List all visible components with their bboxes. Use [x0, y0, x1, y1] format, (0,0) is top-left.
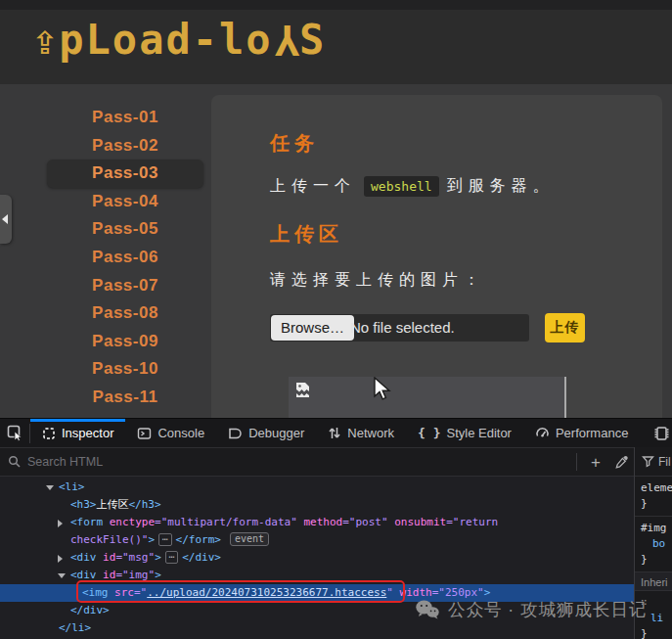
sidebar-item-pass-03[interactable]: Pass-03 — [47, 160, 203, 188]
code-token: > — [148, 533, 155, 546]
wechat-icon — [415, 599, 440, 620]
memory-icon — [652, 425, 672, 442]
code-token: </li> — [59, 621, 91, 634]
expand-arrow-icon[interactable] — [58, 520, 63, 527]
upload-labs-logo: ⇪pLoad-loYS — [32, 16, 326, 64]
devtools-tabbar: Inspector Console Debugger — [0, 419, 672, 447]
browser-page: ⇪pLoad-loYS Pass-01Pass-02Pass-03Pass-04… — [0, 0, 672, 418]
code-token: = — [342, 516, 349, 528]
code-token: </div> — [182, 551, 221, 564]
sidebar-item-pass-01[interactable]: Pass-01 — [47, 104, 203, 132]
add-node-button[interactable]: + — [583, 448, 608, 477]
upload-button[interactable]: 上传 — [545, 313, 585, 342]
expand-arrow-icon[interactable] — [58, 573, 66, 578]
search-html-input[interactable] — [27, 455, 570, 469]
file-status-text: No file selected. — [350, 314, 455, 342]
tab-style-editor[interactable]: { } Style Editor — [406, 419, 523, 447]
screen: ⇪pLoad-loYS Pass-01Pass-02Pass-03Pass-04… — [0, 0, 672, 639]
tab-performance[interactable]: Performance — [523, 419, 640, 447]
markup-line[interactable]: </li> — [0, 619, 634, 637]
markup-line[interactable]: <form enctype="multipart/form-data" meth… — [0, 514, 634, 531]
sidebar-item-pass-04[interactable]: Pass-04 — [47, 188, 203, 216]
choose-image-label: 请选择要上传的图片： — [270, 270, 485, 291]
sidebar-item-pass-05[interactable]: Pass-05 — [47, 215, 203, 244]
collapsed-content-badge[interactable]: ⋯ — [165, 551, 178, 564]
filter-styles-bar[interactable]: Fil — [635, 447, 672, 477]
code-token: </div> — [70, 604, 110, 616]
tab-debugger[interactable]: Debugger — [216, 419, 316, 447]
rule-line: #img — [635, 521, 672, 536]
code-token: <h3> — [70, 498, 97, 511]
code-token: onsubmit — [388, 516, 447, 528]
tab-inspector[interactable]: Inspector — [30, 419, 125, 447]
style-editor-icon: { } — [418, 426, 440, 440]
expand-arrow-icon[interactable] — [46, 485, 54, 490]
code-token: = — [446, 516, 453, 528]
code-token: "return — [453, 516, 498, 528]
code-token: </form> — [176, 533, 221, 546]
task-line: 上传一个webshell到服务器。 — [270, 176, 555, 197]
rule-line: bo — [635, 536, 672, 552]
rule-line: } — [635, 626, 672, 639]
sidebar-item-pass-10[interactable]: Pass-10 — [47, 355, 203, 384]
inherited-header: Inheri — [635, 571, 672, 591]
header-top-strip — [0, 0, 672, 10]
browse-button[interactable]: Browse… — [271, 315, 354, 341]
element-picker-button[interactable] — [0, 419, 29, 447]
code-token: = — [115, 569, 122, 581]
mouse-cursor — [373, 377, 392, 403]
code-token: "post" — [349, 516, 388, 528]
sidebar-item-pass-09[interactable]: Pass-09 — [47, 328, 203, 356]
tab-network[interactable]: Network — [316, 419, 406, 447]
sidebar-item-pass-11[interactable]: Pass-11 — [47, 384, 203, 412]
code-token: <img — [82, 586, 109, 599]
tab-console[interactable]: Console — [125, 419, 216, 447]
filter-funnel-icon — [642, 455, 654, 468]
expand-arrow-icon[interactable] — [58, 555, 63, 563]
sidebar-item-pass-07[interactable]: Pass-07 — [47, 272, 203, 300]
code-token: src — [109, 586, 135, 599]
code-token: > — [155, 569, 161, 581]
file-input[interactable]: Browse… No file selected. — [270, 314, 529, 342]
code-token: = — [115, 551, 122, 564]
task-heading: 任务 — [270, 130, 319, 157]
performance-icon — [535, 426, 550, 440]
sidebar-collapse-handle[interactable] — [0, 195, 12, 244]
debugger-icon — [228, 427, 243, 440]
event-badge[interactable]: event — [230, 532, 269, 546]
code-token: ../upload/202407310253236677.htaccess — [147, 586, 386, 599]
rule-line: } — [635, 496, 672, 512]
chevron-left-icon — [2, 214, 8, 224]
code-token: checkFile()" — [70, 533, 148, 546]
tab-memory[interactable] — [641, 419, 672, 447]
code-token: > — [155, 551, 161, 564]
code-token: <div — [70, 569, 97, 581]
webshell-code-badge: webshell — [364, 176, 439, 197]
collapsed-content-badge[interactable]: ⋯ — [158, 533, 171, 546]
site-header: ⇪pLoad-loYS — [0, 0, 672, 84]
markup-line[interactable]: <li> — [0, 479, 634, 496]
code-token: <div — [70, 551, 97, 564]
code-token: 上传区 — [97, 498, 129, 511]
code-token: <form — [70, 516, 103, 528]
watermark: 公众号 · 攻城狮成长日记 — [415, 598, 648, 621]
eyedropper-icon — [614, 455, 629, 470]
markup-line[interactable]: <div id="img"> — [0, 567, 634, 584]
task-text-post: 到服务器。 — [447, 177, 555, 194]
sidebar-item-pass-06[interactable]: Pass-06 — [47, 244, 203, 272]
rule-line: eleme — [635, 480, 672, 496]
sidebar-item-pass-08[interactable]: Pass-08 — [47, 299, 203, 328]
sidebar-item-pass-02[interactable]: Pass-02 — [47, 132, 203, 160]
upload-area-heading: 上传区 — [270, 221, 343, 248]
uploaded-image-container — [289, 377, 566, 418]
markup-line[interactable]: <div id="msg">⋯</div> — [0, 549, 634, 567]
rule-line: } — [635, 552, 672, 568]
code-token: <li> — [59, 480, 85, 493]
search-icon — [8, 455, 22, 469]
rule-divider — [635, 516, 672, 517]
code-token: "multipart/form-data" — [161, 516, 297, 528]
markup-line[interactable]: <h3>上传区</h3> — [0, 496, 634, 514]
code-token: "msg" — [122, 551, 155, 564]
markup-line[interactable]: checkFile()">⋯</form>event — [0, 531, 634, 549]
eyedropper-button[interactable] — [608, 448, 634, 477]
